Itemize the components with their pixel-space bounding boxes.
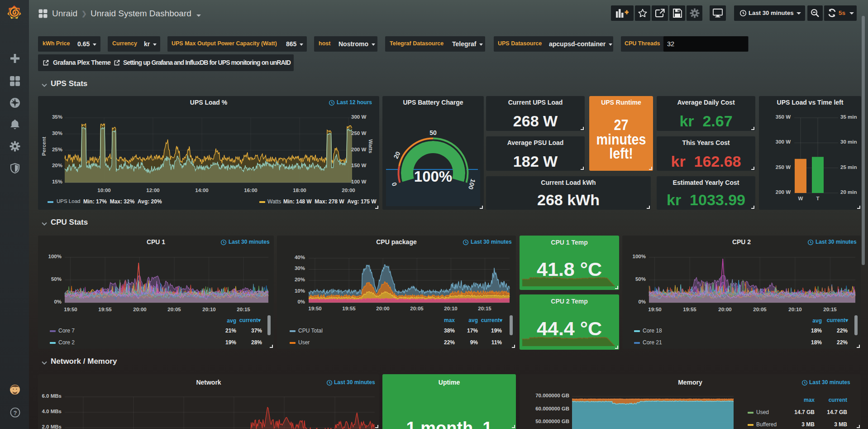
svg-text:50: 50	[429, 129, 437, 136]
svg-text:100%: 100%	[414, 168, 452, 185]
svg-text:?: ?	[14, 410, 17, 416]
svg-text:20: 20	[392, 150, 401, 160]
